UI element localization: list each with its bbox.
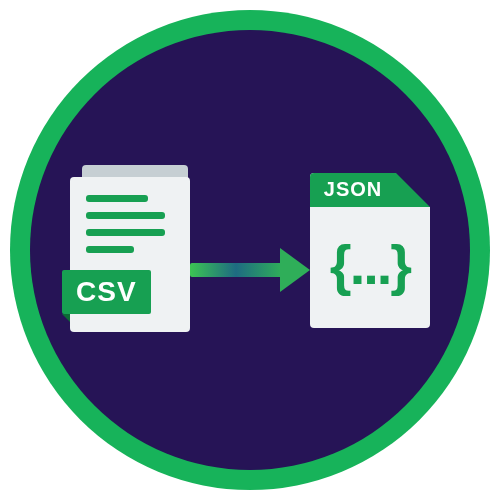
csv-page: CSV [70, 177, 190, 332]
page-fold-corner [396, 173, 430, 207]
csv-file-icon: CSV [70, 165, 200, 335]
csv-text-line [86, 246, 134, 253]
csv-text-line [86, 229, 165, 236]
csv-text-line [86, 195, 148, 202]
json-format-badge: JSON [310, 173, 396, 207]
arrow-head [280, 248, 310, 292]
arrow-right-icon [190, 260, 310, 280]
csv-text-line [86, 212, 165, 219]
csv-format-badge: CSV [62, 270, 151, 314]
json-braces-glyph: {...} [330, 232, 410, 297]
conversion-diagram: CSV JSON {...} [30, 165, 470, 335]
arrow-shaft [190, 263, 282, 277]
json-file-icon: JSON {...} [310, 173, 430, 328]
inner-circle-background: CSV JSON {...} [30, 30, 470, 470]
outer-ring: CSV JSON {...} [10, 10, 490, 490]
